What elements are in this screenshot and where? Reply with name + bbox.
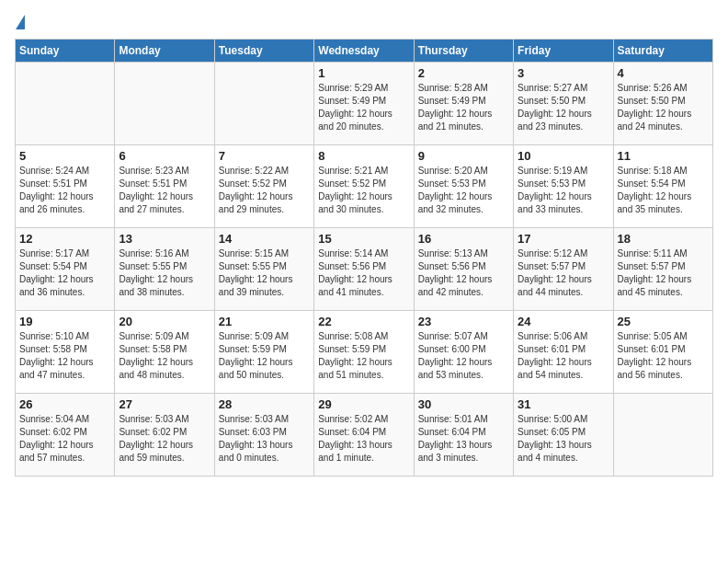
column-header-friday: Friday (514, 40, 613, 63)
day-info: Sunrise: 5:09 AMSunset: 5:58 PMDaylight:… (119, 330, 210, 382)
calendar-header: SundayMondayTuesdayWednesdayThursdayFrid… (16, 40, 713, 63)
day-cell: 16Sunrise: 5:13 AMSunset: 5:56 PMDayligh… (414, 228, 513, 311)
day-number: 16 (418, 232, 509, 246)
day-info: Sunrise: 5:21 AMSunset: 5:52 PMDaylight:… (318, 165, 409, 216)
day-cell: 17Sunrise: 5:12 AMSunset: 5:57 PMDayligh… (514, 228, 613, 311)
day-info: Sunrise: 5:00 AMSunset: 6:05 PMDaylight:… (518, 413, 609, 465)
day-cell: 12Sunrise: 5:17 AMSunset: 5:54 PMDayligh… (16, 228, 115, 311)
day-cell: 11Sunrise: 5:18 AMSunset: 5:54 PMDayligh… (613, 145, 712, 228)
day-cell: 21Sunrise: 5:09 AMSunset: 5:59 PMDayligh… (214, 311, 313, 394)
day-cell: 28Sunrise: 5:03 AMSunset: 6:03 PMDayligh… (214, 394, 313, 477)
week-row-4: 19Sunrise: 5:10 AMSunset: 5:58 PMDayligh… (16, 311, 713, 394)
day-info: Sunrise: 5:06 AMSunset: 6:01 PMDaylight:… (518, 330, 609, 382)
day-cell: 24Sunrise: 5:06 AMSunset: 6:01 PMDayligh… (514, 311, 613, 394)
day-cell: 10Sunrise: 5:19 AMSunset: 5:53 PMDayligh… (514, 145, 613, 228)
day-number: 10 (518, 149, 609, 163)
day-info: Sunrise: 5:08 AMSunset: 5:59 PMDaylight:… (318, 330, 409, 382)
day-info: Sunrise: 5:04 AMSunset: 6:02 PMDaylight:… (19, 413, 110, 465)
day-info: Sunrise: 5:07 AMSunset: 6:00 PMDaylight:… (418, 330, 509, 382)
day-number: 27 (119, 397, 210, 411)
column-header-saturday: Saturday (613, 40, 712, 63)
day-info: Sunrise: 5:19 AMSunset: 5:53 PMDaylight:… (518, 165, 609, 216)
day-info: Sunrise: 5:14 AMSunset: 5:56 PMDaylight:… (318, 247, 409, 299)
day-cell: 25Sunrise: 5:05 AMSunset: 6:01 PMDayligh… (613, 311, 712, 394)
day-cell: 26Sunrise: 5:04 AMSunset: 6:02 PMDayligh… (16, 394, 115, 477)
day-number: 5 (19, 149, 110, 163)
day-number: 22 (318, 315, 409, 328)
day-info: Sunrise: 5:26 AMSunset: 5:50 PMDaylight:… (618, 82, 709, 133)
day-cell: 23Sunrise: 5:07 AMSunset: 6:00 PMDayligh… (414, 311, 513, 394)
header-row: SundayMondayTuesdayWednesdayThursdayFrid… (16, 40, 713, 63)
day-info: Sunrise: 5:03 AMSunset: 6:03 PMDaylight:… (219, 413, 310, 465)
day-number: 8 (318, 149, 409, 163)
day-cell: 8Sunrise: 5:21 AMSunset: 5:52 PMDaylight… (314, 145, 414, 228)
day-info: Sunrise: 5:24 AMSunset: 5:51 PMDaylight:… (19, 165, 110, 216)
day-number: 29 (318, 397, 409, 411)
day-info: Sunrise: 5:27 AMSunset: 5:50 PMDaylight:… (518, 82, 609, 133)
day-info: Sunrise: 5:15 AMSunset: 5:55 PMDaylight:… (219, 247, 310, 299)
calendar-body: 1Sunrise: 5:29 AMSunset: 5:49 PMDaylight… (16, 63, 713, 477)
day-number: 9 (418, 149, 509, 163)
day-info: Sunrise: 5:11 AMSunset: 5:57 PMDaylight:… (618, 247, 709, 299)
day-cell: 20Sunrise: 5:09 AMSunset: 5:58 PMDayligh… (115, 311, 214, 394)
day-number: 18 (618, 232, 709, 246)
day-cell: 6Sunrise: 5:23 AMSunset: 5:51 PMDaylight… (115, 145, 214, 228)
day-number: 7 (219, 149, 310, 163)
week-row-1: 1Sunrise: 5:29 AMSunset: 5:49 PMDaylight… (16, 63, 713, 145)
day-number: 25 (618, 315, 709, 328)
day-cell: 13Sunrise: 5:16 AMSunset: 5:55 PMDayligh… (115, 228, 214, 311)
day-cell: 4Sunrise: 5:26 AMSunset: 5:50 PMDaylight… (613, 63, 712, 145)
day-cell: 19Sunrise: 5:10 AMSunset: 5:58 PMDayligh… (16, 311, 115, 394)
day-cell: 14Sunrise: 5:15 AMSunset: 5:55 PMDayligh… (214, 228, 313, 311)
day-info: Sunrise: 5:03 AMSunset: 6:02 PMDaylight:… (119, 413, 210, 465)
day-info: Sunrise: 5:23 AMSunset: 5:51 PMDaylight:… (119, 165, 210, 216)
day-cell: 1Sunrise: 5:29 AMSunset: 5:49 PMDaylight… (314, 63, 414, 145)
day-cell (16, 63, 115, 145)
day-info: Sunrise: 5:16 AMSunset: 5:55 PMDaylight:… (119, 247, 210, 299)
day-number: 4 (618, 66, 709, 80)
day-number: 3 (518, 66, 609, 80)
day-number: 13 (119, 232, 210, 246)
day-info: Sunrise: 5:22 AMSunset: 5:52 PMDaylight:… (219, 165, 310, 216)
calendar-table: SundayMondayTuesdayWednesdayThursdayFrid… (15, 39, 713, 477)
day-number: 20 (119, 315, 210, 328)
day-info: Sunrise: 5:12 AMSunset: 5:57 PMDaylight:… (518, 247, 609, 299)
day-info: Sunrise: 5:29 AMSunset: 5:49 PMDaylight:… (318, 82, 409, 133)
page-header (15, 15, 713, 29)
day-cell (115, 63, 214, 145)
day-cell: 29Sunrise: 5:02 AMSunset: 6:04 PMDayligh… (314, 394, 414, 477)
day-cell: 15Sunrise: 5:14 AMSunset: 5:56 PMDayligh… (314, 228, 414, 311)
column-header-wednesday: Wednesday (314, 40, 414, 63)
day-number: 6 (119, 149, 210, 163)
day-info: Sunrise: 5:20 AMSunset: 5:53 PMDaylight:… (418, 165, 509, 216)
day-cell (613, 394, 712, 477)
column-header-tuesday: Tuesday (214, 40, 313, 63)
day-number: 17 (518, 232, 609, 246)
day-cell: 7Sunrise: 5:22 AMSunset: 5:52 PMDaylight… (214, 145, 313, 228)
day-number: 23 (418, 315, 509, 328)
day-number: 15 (318, 232, 409, 246)
day-number: 24 (518, 315, 609, 328)
day-info: Sunrise: 5:09 AMSunset: 5:59 PMDaylight:… (219, 330, 310, 382)
day-cell: 30Sunrise: 5:01 AMSunset: 6:04 PMDayligh… (414, 394, 513, 477)
day-number: 2 (418, 66, 509, 80)
day-info: Sunrise: 5:17 AMSunset: 5:54 PMDaylight:… (19, 247, 110, 299)
day-number: 12 (19, 232, 110, 246)
day-info: Sunrise: 5:13 AMSunset: 5:56 PMDaylight:… (418, 247, 509, 299)
week-row-5: 26Sunrise: 5:04 AMSunset: 6:02 PMDayligh… (16, 394, 713, 477)
day-info: Sunrise: 5:01 AMSunset: 6:04 PMDaylight:… (418, 413, 509, 465)
logo-triangle-icon (16, 15, 25, 29)
column-header-monday: Monday (115, 40, 214, 63)
day-cell: 5Sunrise: 5:24 AMSunset: 5:51 PMDaylight… (16, 145, 115, 228)
day-number: 19 (19, 315, 110, 328)
day-cell (214, 63, 313, 145)
day-info: Sunrise: 5:02 AMSunset: 6:04 PMDaylight:… (318, 413, 409, 465)
day-cell: 31Sunrise: 5:00 AMSunset: 6:05 PMDayligh… (514, 394, 613, 477)
day-number: 14 (219, 232, 310, 246)
day-number: 31 (518, 397, 609, 411)
day-cell: 2Sunrise: 5:28 AMSunset: 5:49 PMDaylight… (414, 63, 513, 145)
day-number: 26 (19, 397, 110, 411)
day-number: 28 (219, 397, 310, 411)
day-number: 1 (318, 66, 409, 80)
day-cell: 3Sunrise: 5:27 AMSunset: 5:50 PMDaylight… (514, 63, 613, 145)
